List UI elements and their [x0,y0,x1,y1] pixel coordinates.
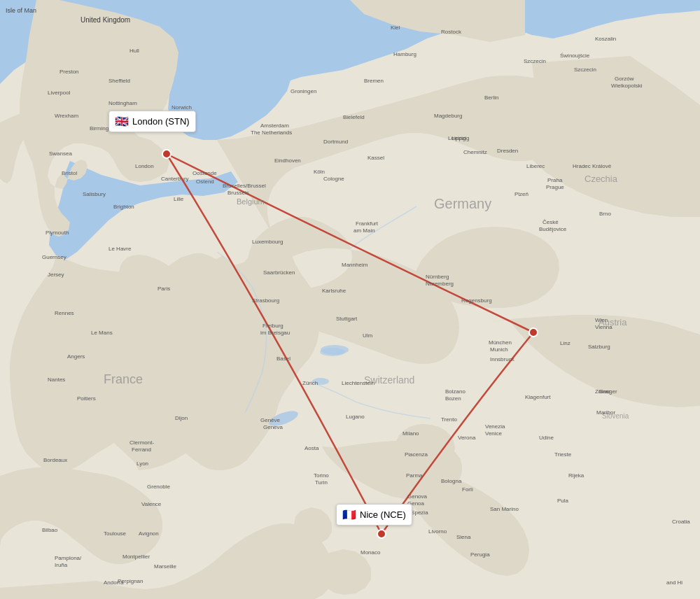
svg-text:Luxembourg: Luxembourg [252,239,283,245]
svg-text:Strasbourg: Strasbourg [252,297,279,304]
svg-text:Brighton: Brighton [113,204,134,210]
svg-text:Bielefeld: Bielefeld [343,114,365,120]
svg-text:Pula: Pula [557,498,569,504]
svg-text:Lille: Lille [174,196,184,202]
svg-text:Clermont-: Clermont- [130,439,154,446]
svg-text:Poitiers: Poitiers [77,395,96,402]
svg-text:Bruxelles/Brussel: Bruxelles/Brussel [223,183,266,189]
svg-text:Venice: Venice [485,430,503,437]
svg-text:Toulouse: Toulouse [104,530,127,537]
svg-text:Torino: Torino [314,472,329,479]
svg-text:Bolzano: Bolzano [445,388,465,395]
svg-text:Munich: Munich [490,346,508,353]
svg-text:Canterbury: Canterbury [161,176,189,182]
svg-text:Angers: Angers [67,353,85,360]
svg-text:Wien: Wien [595,317,608,323]
svg-text:Brno: Brno [599,211,611,217]
svg-text:Rostock: Rostock [441,29,462,35]
svg-text:Norwich: Norwich [172,104,192,111]
svg-text:Szczecin: Szczecin [524,58,546,64]
svg-point-151 [162,150,171,158]
svg-text:Perugia: Perugia [470,551,490,558]
svg-text:Chemnitz: Chemnitz [463,149,487,155]
svg-text:Pamplona/: Pamplona/ [55,555,82,561]
svg-text:Frankfurt: Frankfurt [356,220,379,227]
svg-text:Le Havre: Le Havre [108,246,132,252]
svg-text:Bilbao: Bilbao [42,527,58,533]
uk-flag-icon: 🇬🇧 [115,115,129,128]
svg-text:Geneva: Geneva [263,424,284,430]
svg-text:Isle of Man: Isle of Man [6,7,36,14]
svg-text:Milano: Milano [402,430,419,437]
london-airport-label[interactable]: 🇬🇧 London (STN) [108,111,196,132]
svg-point-4 [320,348,345,356]
svg-text:The Netherlands: The Netherlands [251,129,292,136]
svg-text:Jersey: Jersey [48,272,64,278]
svg-text:Cologne: Cologne [323,176,344,182]
svg-text:Bristol: Bristol [62,170,77,176]
svg-text:Köln: Köln [314,169,325,175]
svg-text:Genève: Genève [260,417,281,423]
svg-text:Trento: Trento [441,416,457,423]
svg-text:Mannheim: Mannheim [342,262,368,268]
svg-text:Plymouth: Plymouth [46,230,69,236]
svg-text:Rijeka: Rijeka [568,472,584,479]
svg-text:Koszalin: Koszalin [595,36,616,42]
svg-text:Venezia: Venezia [485,423,505,430]
svg-text:Czechia: Czechia [584,174,618,184]
svg-text:Forlì: Forlì [462,486,473,493]
svg-text:Bordeaux: Bordeaux [43,457,67,463]
svg-text:Wrexham: Wrexham [55,113,78,119]
london-airport-name: London (STN) [132,116,190,127]
svg-text:Basel: Basel [276,355,290,362]
svg-text:Praha: Praha [547,177,563,183]
svg-text:Siena: Siena [456,534,471,540]
svg-text:Ostend: Ostend [196,178,214,185]
svg-text:Le Mans: Le Mans [91,330,113,336]
svg-text:am Main: am Main [354,227,375,234]
svg-text:Dortmund: Dortmund [323,139,348,145]
svg-text:Nantes: Nantes [48,376,65,383]
svg-text:Maribor: Maribor [596,409,615,416]
svg-text:San Marino: San Marino [490,506,519,512]
svg-text:Nottingham: Nottingham [108,100,137,106]
svg-text:Linz: Linz [560,340,570,346]
svg-text:Parma: Parma [406,472,423,479]
svg-text:Udine: Udine [539,435,554,441]
svg-text:Budějovice: Budějovice [539,226,567,232]
svg-text:Świnoujście: Świnoujście [560,52,590,59]
svg-text:Berlin: Berlin [484,94,498,101]
svg-text:Piacenza: Piacenza [405,451,428,458]
svg-text:Dijon: Dijon [175,415,188,421]
svg-text:Avignon: Avignon [139,530,159,537]
svg-text:Ulm: Ulm [363,332,373,339]
svg-text:Hradec Králové: Hradec Králové [573,163,612,169]
svg-text:Lugano: Lugano [346,414,365,420]
svg-text:Hull: Hull [130,48,139,54]
svg-text:Karlsruhe: Karlsruhe [322,288,346,294]
svg-text:Klagenfurt: Klagenfurt [525,394,551,400]
svg-text:Rennes: Rennes [55,310,74,316]
svg-text:Turin: Turin [315,479,328,486]
svg-text:Preston: Preston [59,69,79,75]
svg-text:Sheffield: Sheffield [108,78,130,84]
svg-text:Croatia: Croatia [672,519,690,525]
svg-text:Wielkopolski: Wielkopolski [611,83,643,89]
svg-text:and Hi: and Hi [666,579,682,586]
nice-airport-name: Nice (NCE) [360,509,406,520]
svg-text:Plzeň: Plzeň [514,191,528,197]
svg-text:United Kingdom: United Kingdom [80,16,130,24]
svg-text:Guernsey: Guernsey [42,254,66,260]
svg-text:Szczecin: Szczecin [574,66,596,73]
svg-text:Genova: Genova [407,493,428,500]
svg-text:Freiburg: Freiburg [262,323,284,329]
svg-text:Gorzów: Gorzów [615,76,634,82]
svg-text:Oostende: Oostende [192,170,217,176]
svg-text:Salzburg: Salzburg [588,344,610,350]
svg-text:Amsterdam: Amsterdam [260,122,289,129]
svg-text:Montpellier: Montpellier [122,554,150,560]
svg-text:im Breisgau: im Breisgau [260,330,290,336]
nice-airport-label[interactable]: 🇫🇷 Nice (NCE) [336,504,412,526]
svg-text:Bremen: Bremen [364,78,384,84]
svg-text:Kassel: Kassel [368,155,384,161]
